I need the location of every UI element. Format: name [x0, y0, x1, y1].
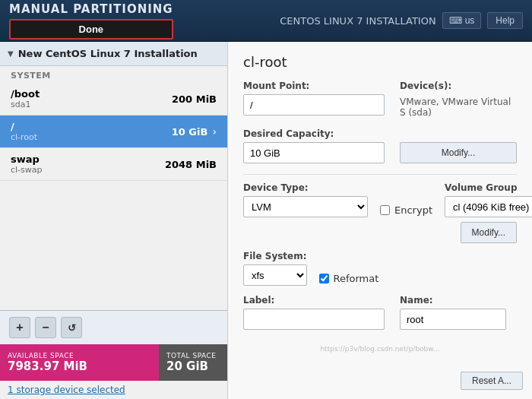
desired-capacity-label: Desired Capacity: [243, 128, 385, 139]
partition-root-arrow: › [212, 125, 217, 138]
name-group: Name: [400, 295, 517, 330]
label-group: Label: [243, 295, 385, 330]
label-name-row: Label: Name: [243, 295, 517, 330]
installation-label: New CentOS Linux 7 Installation [18, 48, 198, 59]
space-bar: AVAILABLE SPACE 7983.97 MiB TOTAL SPACE … [0, 344, 227, 381]
partition-swap-size: 2048 MiB [165, 159, 217, 170]
header-right: CENTOS LINUX 7 INSTALLATION ⌨ us Help [280, 12, 523, 29]
filesystem-select[interactable]: xfs ext4 ext3 ext2 btrfs swap vfat [243, 264, 307, 286]
partition-root-size: 10 GiB [172, 126, 208, 138]
device-group: Device(s): VMware, VMware Virtual S (sda… [400, 81, 517, 118]
reset-button[interactable]: Reset A... [461, 372, 523, 390]
modify-button-1[interactable]: Modify... [400, 142, 517, 163]
partition-swap[interactable]: swap cl-swap 2048 MiB [0, 148, 227, 181]
watermark: https://p3v/blog.csdn.net/p/bobw... [243, 345, 517, 353]
partition-root[interactable]: / cl-root 10 GiB › [0, 116, 227, 148]
label-label: Label: [243, 295, 385, 306]
available-space: AVAILABLE SPACE 7983.97 MiB [0, 344, 159, 381]
partition-swap-sub: cl-swap [11, 165, 43, 175]
encrypt-checkbox[interactable] [380, 205, 390, 215]
header-left: MANUAL PARTITIONING Done [9, 2, 173, 40]
mount-point-label: Mount Point: [243, 81, 385, 91]
main-content: ▼ New CentOS Linux 7 Installation SYSTEM… [0, 42, 532, 399]
system-label: SYSTEM [0, 66, 227, 83]
available-space-label: AVAILABLE SPACE [8, 352, 151, 359]
partition-boot-size: 200 MiB [172, 93, 217, 105]
partition-controls: + − ↺ [0, 311, 227, 344]
partition-boot[interactable]: /boot sda1 200 MiB [0, 83, 227, 116]
mount-point-group: Mount Point: [243, 81, 385, 118]
reformat-label[interactable]: Reformat [334, 273, 379, 284]
encrypt-group: Encrypt [380, 204, 432, 217]
device-type-select[interactable]: LVM Standard Partition BTRFS LVM Thin Pr… [243, 196, 368, 217]
partition-root-sub: cl-root [11, 132, 37, 142]
available-space-value: 7983.97 MiB [8, 359, 151, 373]
device-type-row: Device Type: LVM Standard Partition BTRF… [243, 182, 517, 217]
volume-group-label: Volume Group [445, 182, 532, 193]
desired-capacity-input[interactable] [243, 142, 385, 163]
installation-title: CENTOS LINUX 7 INSTALLATION [280, 15, 435, 27]
keyboard-icon: ⌨ [449, 15, 462, 26]
filesystem-row: File System: xfs ext4 ext3 ext2 btrfs sw… [243, 251, 517, 286]
partition-detail-title: cl-root [243, 54, 517, 70]
device-type-group: Device Type: LVM Standard Partition BTRF… [243, 182, 368, 217]
keyboard-button[interactable]: ⌨ us [442, 12, 482, 29]
mount-point-input[interactable] [243, 94, 385, 116]
mount-device-row: Mount Point: Device(s): VMware, VMware V… [243, 81, 517, 118]
remove-partition-button[interactable]: − [35, 317, 56, 338]
modify-group: Modify... [400, 128, 517, 163]
page-title: MANUAL PARTITIONING [9, 2, 173, 16]
volume-group-select[interactable]: cl (4096 KiB free) [445, 196, 532, 217]
add-partition-button[interactable]: + [9, 317, 30, 338]
volume-group-section: Volume Group cl (4096 KiB free) [445, 182, 532, 217]
device-type-label: Device Type: [243, 182, 368, 193]
partition-boot-sub: sda1 [11, 100, 40, 109]
filesystem-label: File System: [243, 251, 307, 261]
name-label: Name: [400, 295, 517, 306]
device-value: VMware, VMware Virtual S (sda) [400, 97, 517, 118]
left-panel: ▼ New CentOS Linux 7 Installation SYSTEM… [0, 42, 228, 399]
total-space: TOTAL SPACE 20 GiB [159, 344, 227, 381]
device-label: Device(s): [400, 81, 517, 91]
name-input[interactable] [400, 309, 506, 330]
left-bottom: + − ↺ AVAILABLE SPACE 7983.97 MiB TOTAL … [0, 310, 227, 399]
done-button[interactable]: Done [9, 19, 173, 40]
refresh-button[interactable]: ↺ [61, 317, 82, 338]
reset-area: Reset A... [461, 372, 523, 390]
divider-1 [243, 174, 517, 175]
partition-root-name: / [11, 121, 37, 132]
total-space-label: TOTAL SPACE [166, 352, 220, 359]
partitions-area: SYSTEM /boot sda1 200 MiB / cl-root 10 G [0, 66, 227, 310]
partition-boot-name: /boot [11, 88, 40, 100]
reformat-checkbox[interactable] [319, 274, 329, 283]
encrypt-label[interactable]: Encrypt [394, 204, 432, 216]
capacity-row: Desired Capacity: Modify... [243, 128, 517, 163]
header: MANUAL PARTITIONING Done CENTOS LINUX 7 … [0, 0, 532, 42]
keyboard-lang: us [465, 15, 475, 26]
installation-header: ▼ New CentOS Linux 7 Installation [0, 42, 227, 66]
label-input[interactable] [243, 309, 385, 330]
storage-device-link[interactable]: 1 storage device selected [0, 381, 227, 399]
right-panel: cl-root Mount Point: Device(s): VMware, … [228, 42, 532, 399]
modify-button-2[interactable]: Modify... [461, 222, 517, 243]
collapse-icon[interactable]: ▼ [8, 49, 14, 58]
reformat-group: Reformat [319, 273, 379, 286]
help-button[interactable]: Help [487, 12, 523, 29]
total-space-value: 20 GiB [166, 359, 220, 373]
capacity-group: Desired Capacity: [243, 128, 385, 163]
filesystem-group: File System: xfs ext4 ext3 ext2 btrfs sw… [243, 251, 307, 286]
partition-swap-name: swap [11, 154, 43, 165]
